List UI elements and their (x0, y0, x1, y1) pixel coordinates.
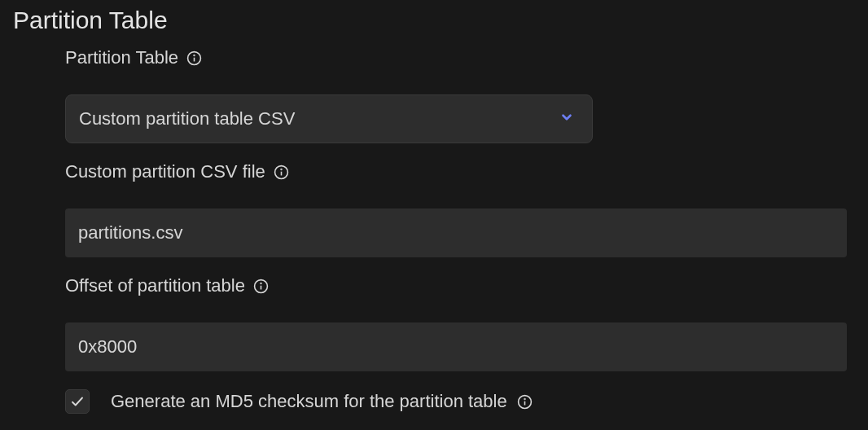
offset-input-wrap (65, 322, 847, 371)
offset-label-row: Offset of partition table (65, 275, 852, 296)
partition-table-select-value: Custom partition table CSV (79, 108, 295, 129)
partition-table-label: Partition Table (65, 47, 178, 68)
chevron-down-icon (559, 108, 574, 129)
csv-file-input[interactable] (65, 208, 847, 257)
md5-checkbox-label-row: Generate an MD5 checksum for the partiti… (111, 391, 533, 412)
partition-table-select[interactable]: Custom partition table CSV (65, 94, 593, 143)
info-icon[interactable] (253, 279, 269, 294)
csv-file-input-wrap (65, 208, 847, 257)
partition-table-label-row: Partition Table (65, 47, 852, 68)
form-area: Partition Table Custom partition table C… (0, 34, 868, 414)
md5-checkbox-label: Generate an MD5 checksum for the partiti… (111, 391, 507, 412)
md5-checkbox[interactable] (65, 389, 90, 414)
svg-point-11 (524, 398, 525, 399)
offset-input[interactable] (65, 322, 847, 371)
svg-point-2 (194, 55, 195, 55)
info-icon[interactable] (517, 394, 533, 410)
section-heading: Partition Table (0, 0, 868, 34)
offset-label: Offset of partition table (65, 275, 245, 296)
info-icon[interactable] (274, 165, 289, 180)
info-icon[interactable] (186, 50, 202, 66)
svg-point-8 (261, 283, 261, 283)
svg-point-5 (281, 169, 282, 169)
md5-checkbox-row: Generate an MD5 checksum for the partiti… (65, 389, 852, 414)
csv-file-label-row: Custom partition CSV file (65, 161, 852, 182)
partition-table-select-wrap: Custom partition table CSV (65, 94, 593, 143)
csv-file-label: Custom partition CSV file (65, 161, 265, 182)
